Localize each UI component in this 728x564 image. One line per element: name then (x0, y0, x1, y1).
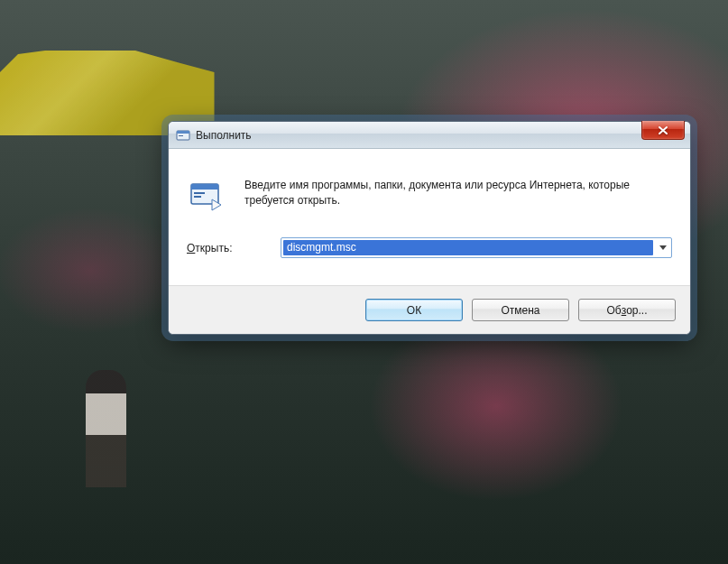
svg-rect-5 (194, 192, 205, 194)
run-dialog: Выполнить Введите имя программы, папки, … (168, 121, 691, 335)
open-combobox[interactable]: discmgmt.msc (281, 237, 672, 258)
titlebar[interactable]: Выполнить (169, 122, 690, 149)
dialog-title: Выполнить (196, 129, 252, 142)
dropdown-button[interactable] (655, 238, 671, 257)
close-button[interactable] (641, 121, 685, 140)
cancel-button[interactable]: Отмена (472, 299, 569, 321)
svg-rect-2 (179, 135, 183, 136)
open-label: Открыть: (187, 242, 268, 254)
svg-rect-4 (191, 184, 218, 190)
open-input-value[interactable]: discmgmt.msc (283, 240, 653, 255)
run-icon (176, 128, 190, 143)
ok-button[interactable]: ОК (365, 299, 463, 321)
svg-rect-1 (177, 131, 189, 134)
dialog-client-area: Введите имя программы, папки, документа … (169, 149, 690, 285)
button-bar: ОК Отмена Обзор... (169, 285, 690, 334)
instruction-text: Введите имя программы, папки, документа … (244, 178, 672, 216)
browse-button[interactable]: Обзор... (578, 299, 676, 321)
svg-rect-6 (194, 196, 201, 198)
run-icon-large (187, 180, 226, 216)
